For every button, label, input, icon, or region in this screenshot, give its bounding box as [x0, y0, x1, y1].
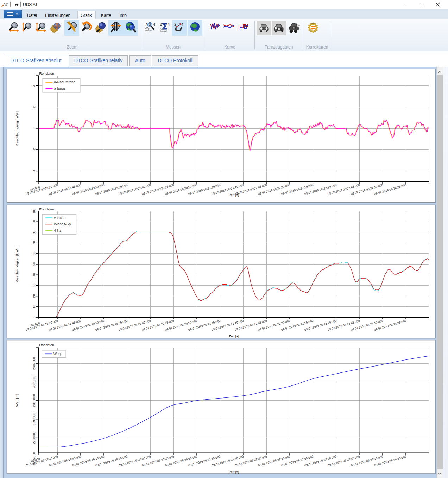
svg-text:0: 0 [32, 127, 36, 129]
svg-text:2298000: 2298000 [32, 431, 36, 444]
svg-text:v-tacho: v-tacho [54, 216, 65, 220]
svg-text:10: 10 [32, 305, 36, 308]
svg-text:30: 30 [32, 283, 36, 287]
svg-text:Rohdaten: Rohdaten [39, 207, 55, 211]
svg-text:2302000: 2302000 [32, 357, 36, 370]
svg-text:Rohdaten: Rohdaten [39, 71, 55, 75]
svg-text:60: 60 [32, 252, 36, 255]
svg-text:Rohdaten: Rohdaten [39, 343, 55, 347]
svg-text:2299000: 2299000 [32, 413, 36, 426]
svg-text:2: 2 [32, 106, 36, 108]
svg-text:Weg: Weg [53, 352, 61, 356]
svg-text:50: 50 [32, 262, 36, 266]
svg-text:a-Radumfang: a-Radumfang [54, 80, 76, 84]
svg-text:90: 90 [32, 220, 36, 223]
svg-text:Zeit [s]: Zeit [s] [229, 334, 239, 338]
svg-text:v-längs-Spl: v-längs-Spl [54, 222, 71, 226]
svg-text:80: 80 [32, 230, 36, 234]
svg-text:2300000: 2300000 [32, 394, 36, 407]
svg-text:100: 100 [32, 208, 36, 214]
svg-text:Weg [m]: Weg [m] [15, 394, 19, 407]
svg-text:Beschleunigung [m/s²]: Beschleunigung [m/s²] [15, 111, 19, 146]
svg-text:-2: -2 [32, 148, 36, 151]
svg-text:Zeit [s]: Zeit [s] [229, 470, 239, 474]
svg-text:4: 4 [32, 85, 36, 87]
svg-text:Geschwindigkeit [km/h]: Geschwindigkeit [km/h] [15, 246, 19, 282]
svg-text:4-Hz: 4-Hz [54, 229, 61, 232]
svg-text:70: 70 [32, 241, 36, 244]
svg-text:a-längs: a-längs [54, 87, 66, 90]
svg-text:Zeit [s]: Zeit [s] [229, 193, 239, 197]
svg-text:2301000: 2301000 [32, 376, 36, 388]
svg-text:-4: -4 [32, 170, 36, 172]
svg-text:0: 0 [32, 316, 36, 318]
svg-text:20: 20 [32, 294, 36, 298]
svg-text:40: 40 [32, 273, 36, 276]
